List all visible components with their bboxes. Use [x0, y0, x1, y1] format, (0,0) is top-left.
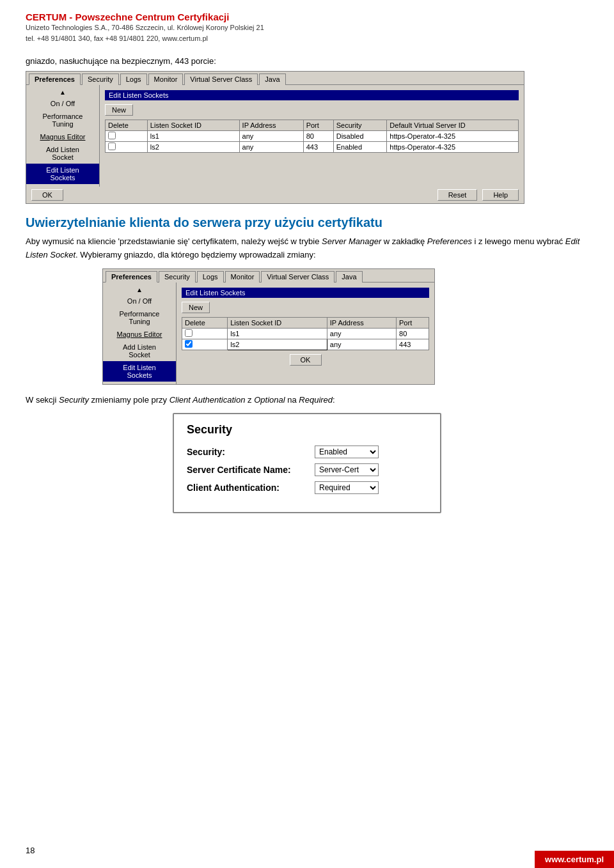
col-port-1: Port [303, 120, 333, 131]
sidebar-item-onoff-1[interactable]: On / Off [26, 97, 99, 110]
checkbox-delete-ls2[interactable] [108, 143, 116, 150]
col-port-2: Port [397, 317, 429, 328]
dialog-sidebar-1: ▲ On / Off PerformanceTuning Magnus Edit… [26, 85, 100, 187]
data-table-1: Delete Listen Socket ID IP Address Port … [105, 120, 519, 153]
header-title: CERTUM - Powszechne Centrum Certyfikacji [26, 12, 588, 22]
checkbox-delete-ls1[interactable] [108, 132, 116, 139]
sidebar-item-perftuning-1[interactable]: PerformanceTuning [26, 110, 99, 130]
tab-security-2[interactable]: Security [159, 271, 196, 283]
cell-ip: any [239, 131, 303, 142]
security-box: Security Security: Enabled Disabled Serv… [173, 413, 441, 513]
scroll-up-btn-1[interactable]: ▲ [26, 88, 99, 97]
section-title-1: Edit Listen Sockets [105, 90, 519, 100]
sidebar-item-addlisten-1[interactable]: Add ListenSocket [26, 143, 99, 164]
col-vserver-1: Default Virtual Server ID [387, 120, 519, 131]
footer-right-1: Reset Help [437, 189, 519, 201]
body-text-1: Aby wymusić na kliencie 'przedstawianie … [26, 235, 588, 262]
header-line2: tel. +48 91/4801 340, fax +48 91/4801 22… [26, 33, 588, 44]
cell-id: ls2 [228, 339, 327, 350]
security-box-title: Security [187, 423, 427, 437]
security-row-clientauth: Client Authentication: Required Optional [187, 481, 427, 494]
dialog-panel-2: Preferences Security Logs Monitor Virtua… [102, 268, 435, 385]
cell-id: ls1 [147, 131, 239, 142]
sidebar-item-onoff-2[interactable]: On / Off [103, 295, 176, 307]
cell-ip: any [327, 339, 396, 350]
btn-ok-1[interactable]: OK [31, 189, 63, 201]
security-select-clientauth[interactable]: Required Optional [315, 481, 379, 494]
cell-delete [106, 131, 148, 142]
table-row: ls2 any 443 Enabled https-Operator-4-325 [106, 142, 519, 153]
cell-id: ls1 [228, 328, 327, 339]
body-text-2: W sekcji Security zmieniamy pole przy Cl… [26, 394, 588, 407]
sidebar-item-editlisten-1[interactable]: Edit ListenSockets [26, 164, 99, 184]
sidebar-item-addlisten-2[interactable]: Add ListenSocket [103, 341, 176, 361]
section-title-2: Edit Listen Sockets [182, 288, 429, 298]
btn-help-1[interactable]: Help [482, 189, 519, 201]
cell-port: 443 [397, 339, 429, 350]
sidebar-item-editlisten-2[interactable]: Edit ListenSockets [103, 361, 176, 382]
col-listenid-1: Listen Socket ID [147, 120, 239, 131]
table-row: ls1 any 80 Disabled https-Operator-4-325 [106, 131, 519, 142]
btn-reset-1[interactable]: Reset [437, 189, 478, 201]
cell-delete [182, 328, 228, 339]
col-listenid-2: Listen Socket ID [228, 317, 327, 328]
brand-footer: www.certum.pl [535, 851, 614, 868]
sidebar-item-magnuseditor-1[interactable]: Magnus Editor [26, 130, 99, 143]
security-row-certname: Server Certificate Name: Server-Cert [187, 463, 427, 476]
security-label-clientauth: Client Authentication: [187, 483, 315, 493]
dialog-main-1: Edit Listen Sockets New Delete Listen So… [100, 85, 524, 187]
sidebar-item-magnuseditor-2[interactable]: Magnus Editor [103, 328, 176, 341]
sidebar-item-perftuning-2[interactable]: PerformanceTuning [103, 307, 176, 328]
intro-text: gniazdo, nasłuchujące na bezpiecznym, 44… [26, 56, 588, 66]
tab-logs-1[interactable]: Logs [120, 74, 147, 85]
security-row-security: Security: Enabled Disabled [187, 446, 427, 458]
col-delete-2: Delete [182, 317, 228, 328]
tab-preferences-1[interactable]: Preferences [29, 74, 81, 85]
dialog-tabs-1: Preferences Security Logs Monitor Virtua… [26, 72, 524, 85]
cell-ip: any [239, 142, 303, 153]
checkbox-delete2-ls2[interactable] [185, 340, 193, 348]
dialog-sidebar-2: ▲ On / Off PerformanceTuning Magnus Edit… [103, 283, 177, 384]
table-row: ls2 any 443 [182, 339, 429, 350]
footer-left-1: OK [31, 189, 63, 201]
tab-java-1[interactable]: Java [259, 74, 285, 85]
dialog-tabs-2: Preferences Security Logs Monitor Virtua… [103, 269, 434, 283]
tab-java-2[interactable]: Java [336, 271, 362, 283]
dialog-body-1: ▲ On / Off PerformanceTuning Magnus Edit… [26, 85, 524, 187]
col-delete-1: Delete [106, 120, 148, 131]
cell-delete [182, 339, 228, 350]
section-heading: Uwierzytelnianie klienta do serwera przy… [26, 215, 588, 230]
security-label-security: Security: [187, 447, 315, 457]
header-line1: Unizeto Technologies S.A., 70-486 Szczec… [26, 22, 588, 33]
cell-id: ls2 [147, 142, 239, 153]
cell-security: Enabled [333, 142, 387, 153]
checkbox-delete2-ls1[interactable] [185, 329, 193, 337]
security-label-certname: Server Certificate Name: [187, 465, 315, 475]
btn-ok-2[interactable]: OK [290, 354, 322, 366]
cell-port: 80 [397, 328, 429, 339]
dialog-main-2: Edit Listen Sockets New Delete Listen So… [177, 283, 434, 384]
cell-vserver: https-Operator-4-325 [387, 131, 519, 142]
tab-logs-2[interactable]: Logs [197, 271, 224, 283]
cell-vserver: https-Operator-4-325 [387, 142, 519, 153]
dialog-panel-1: Preferences Security Logs Monitor Virtua… [26, 71, 524, 204]
tab-virtualserverclass-1[interactable]: Virtual Server Class [184, 74, 258, 85]
security-select-certname[interactable]: Server-Cert [315, 463, 379, 476]
btn-new-1[interactable]: New [105, 104, 133, 116]
btn-new-2[interactable]: New [182, 302, 210, 313]
scroll-up-btn-2[interactable]: ▲ [103, 285, 176, 295]
data-table-2: Delete Listen Socket ID IP Address Port … [182, 317, 429, 350]
tab-monitor-1[interactable]: Monitor [148, 74, 184, 85]
dialog-body-2: ▲ On / Off PerformanceTuning Magnus Edit… [103, 283, 434, 384]
tab-monitor-2[interactable]: Monitor [225, 271, 260, 283]
cell-port: 80 [303, 131, 333, 142]
security-select-security[interactable]: Enabled Disabled [315, 446, 379, 458]
col-security-1: Security [333, 120, 387, 131]
tab-security-1[interactable]: Security [82, 74, 119, 85]
col-ipaddress-2: IP Address [327, 317, 396, 328]
tab-preferences-2[interactable]: Preferences [106, 271, 157, 283]
page-number: 18 [26, 846, 35, 855]
dialog-footer-1: OK Reset Help [26, 187, 524, 203]
tab-virtualserverclass-2[interactable]: Virtual Server Class [261, 271, 335, 283]
cell-ip: any [327, 328, 396, 339]
